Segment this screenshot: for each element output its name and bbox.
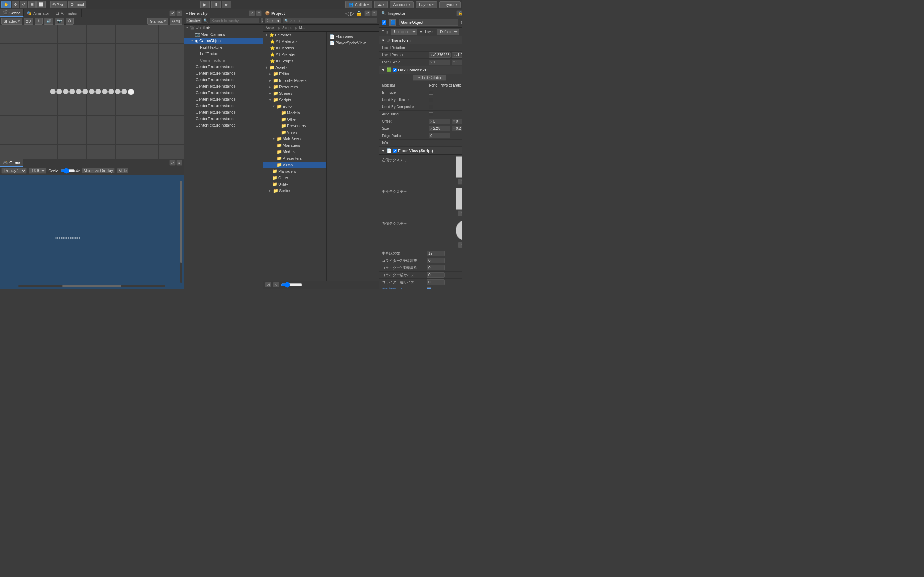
cloud-btn[interactable]: ☁ <box>374 1 388 8</box>
used-by-composite-checkbox[interactable] <box>429 105 433 109</box>
right-tex-thumbnail[interactable] <box>456 220 462 241</box>
collab-btn[interactable]: 👥 Collab <box>346 1 372 8</box>
floor-count-input[interactable] <box>426 251 445 256</box>
gizmos-btn[interactable]: Gizmos▾ <box>147 18 168 24</box>
layer-select[interactable]: Default <box>437 29 459 35</box>
hierarchy-create-btn[interactable]: Create▾ <box>186 18 202 23</box>
tab-game[interactable]: 🎮 Game <box>0 159 23 167</box>
scene-menu-btn[interactable]: ≡ <box>176 10 182 16</box>
project-search-input[interactable] <box>289 18 375 23</box>
scene-view[interactable] <box>0 25 184 159</box>
fx-btn[interactable]: ⚙ <box>66 18 74 24</box>
vertical-scrollbar[interactable] <box>180 181 182 283</box>
project-scenes[interactable]: ▶ 📁 Scenes <box>263 90 326 97</box>
project-sprites[interactable]: ▶ 📁 Sprites <box>263 187 326 194</box>
breadcrumb-scripts[interactable]: Scripts <box>282 26 294 30</box>
floor-view-script-header[interactable]: ▼ 📄 Floor View (Script) 🔗 ⚙ <box>379 147 462 155</box>
collider-w-input[interactable] <box>426 272 445 278</box>
collider-y-input[interactable] <box>426 265 445 271</box>
gameobject-active-checkbox[interactable] <box>382 20 386 24</box>
project-menu-btn[interactable]: ≡ <box>372 10 377 16</box>
local-btn[interactable]: ⊙ Local <box>68 1 86 8</box>
edge-radius-field[interactable]: 0 <box>429 133 451 139</box>
all-layers-btn[interactable]: ⊙All <box>170 18 182 24</box>
audio-btn[interactable]: 🔊 <box>44 18 53 24</box>
edit-collider-btn[interactable]: ✏ Edit Collider <box>413 75 446 81</box>
project-all-prefabs[interactable]: ⭐ All Prefabs <box>263 51 326 58</box>
collider-link-btn[interactable]: 🔗 <box>462 67 462 73</box>
breadcrumb-m[interactable]: M... <box>299 26 305 30</box>
mute-btn[interactable]: Mute <box>117 168 129 174</box>
size-x-field[interactable]: X 2.28 <box>429 126 451 131</box>
tab-animation[interactable]: 🎞 Animation <box>52 10 82 17</box>
project-managers2[interactable]: 📁 Managers <box>263 142 326 148</box>
tab-scene[interactable]: 🎬 Scene <box>0 10 24 17</box>
project-presenters[interactable]: 📁 Presenters <box>263 122 326 129</box>
shading-dropdown[interactable]: Shaded▾ <box>2 18 23 24</box>
breadcrumb-assets[interactable]: Assets <box>266 26 276 30</box>
hierarchy-menu-btn[interactable]: ≡ <box>256 10 262 16</box>
lighting-btn[interactable]: ☀ <box>35 18 43 24</box>
project-all-models[interactable]: ⭐ All Models <box>263 45 326 51</box>
project-assets-header[interactable]: ▼ 📁 Assets <box>263 64 326 71</box>
hierarchy-item-ct3[interactable]: CenterTextureInstance <box>184 76 263 83</box>
2d-toggle[interactable]: 2D <box>24 18 33 24</box>
inspector-lock-btn[interactable]: 🔒 <box>456 10 462 16</box>
project-main-scene[interactable]: ▼ 📁 MainScene <box>263 135 326 142</box>
project-lock-icon[interactable]: 🔒 <box>356 10 362 16</box>
pivot-btn[interactable]: ◎ Pivot <box>50 1 68 8</box>
hierarchy-item-untitled[interactable]: ▼ 🎬 Untitled* <box>184 24 263 31</box>
hierarchy-item-main-camera[interactable]: 📷 Main Camera <box>184 31 263 37</box>
layers-btn[interactable]: Layers <box>416 2 437 8</box>
size-y-field[interactable]: Y 0.2 <box>452 126 462 131</box>
hierarchy-item-ct8[interactable]: CenterTextureInstance <box>184 109 263 115</box>
right-tex-select-btn[interactable]: Select <box>458 242 462 248</box>
project-editor[interactable]: ▶ 📁 Editor <box>263 71 326 77</box>
project-zoom-slider[interactable] <box>281 282 302 288</box>
pos-y-field[interactable]: Y -1.95639 <box>452 52 462 58</box>
project-right-icon[interactable]: ▷ <box>351 10 354 16</box>
center-tex-thumbnail[interactable] <box>456 188 462 210</box>
project-models[interactable]: 📁 Models <box>263 110 326 116</box>
game-content[interactable] <box>0 175 184 288</box>
project-resources[interactable]: ▶ 📁 Resources <box>263 84 326 90</box>
collider-h-input[interactable] <box>426 279 445 285</box>
pause-button[interactable]: ⏸ <box>211 1 221 8</box>
project-back-btn[interactable]: ◁ <box>265 282 271 287</box>
hierarchy-item-ct7[interactable]: CenterTextureInstance <box>184 102 263 109</box>
scale-slider[interactable]: 4x <box>61 168 80 174</box>
pos-x-field[interactable]: X -0.376223 <box>429 52 451 58</box>
scale-range[interactable] <box>61 168 75 174</box>
game-maximize-btn[interactable]: ⤢ <box>169 160 176 166</box>
project-all-scripts[interactable]: ⭐ All Scripts <box>263 58 326 64</box>
hand-tool[interactable]: ✋ <box>2 1 11 8</box>
project-managers3[interactable]: 📁 Managers <box>263 168 326 174</box>
tag-select[interactable]: Untagged <box>391 29 417 35</box>
auto-tiling-checkbox[interactable] <box>429 112 433 116</box>
project-views2[interactable]: 📁 Views <box>263 161 326 168</box>
script-enable-checkbox[interactable] <box>393 149 397 153</box>
horizontal-scrollbar[interactable] <box>18 285 165 287</box>
project-imported-assets[interactable]: ▶ 📁 ImportedAssets <box>263 77 326 84</box>
project-presenters2[interactable]: 📁 Presenters <box>263 155 326 161</box>
script-link-btn[interactable]: 🔗 <box>462 148 462 153</box>
project-scripts[interactable]: ▼ 📁 Scripts <box>263 97 326 103</box>
project-other2[interactable]: 📁 Other <box>263 174 326 181</box>
maximize-play-btn[interactable]: Maximize On Play <box>82 168 115 174</box>
used-by-effector-checkbox[interactable] <box>429 98 433 102</box>
project-file-playerspriteview[interactable]: 📄 PlayerSpriteView <box>328 40 377 46</box>
hierarchy-item-left-texture[interactable]: LeftTexture <box>184 50 263 57</box>
rect-tool[interactable]: ⬜ <box>36 1 46 8</box>
project-views[interactable]: 📁 Views <box>263 129 326 135</box>
layout-btn[interactable]: Layout <box>439 2 460 8</box>
camera-btn[interactable]: 📷 <box>55 18 64 24</box>
account-btn[interactable]: Account <box>390 2 414 8</box>
scale-x-field[interactable]: X 1 <box>429 60 451 65</box>
is-trigger-checkbox[interactable] <box>429 90 433 95</box>
move-tool[interactable]: ✛ <box>11 1 19 8</box>
scrollbar-thumb[interactable] <box>63 285 121 287</box>
hierarchy-item-ct10[interactable]: CenterTextureInstance <box>184 122 263 128</box>
tab-animator[interactable]: 🎭 Animator <box>24 10 52 17</box>
offset-x-field[interactable]: X 0 <box>429 119 451 124</box>
hierarchy-search-input[interactable] <box>210 18 259 23</box>
